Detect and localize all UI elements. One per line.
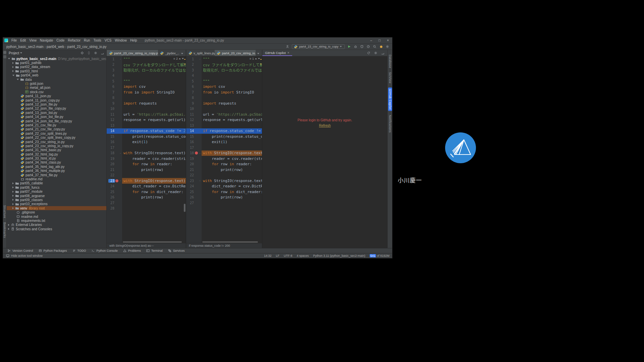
tree-item[interactable]: requirements.txt — [7, 219, 106, 223]
gutter-line[interactable]: 18- — [186, 150, 202, 156]
gutter-line[interactable]: 8 — [186, 95, 202, 101]
chevron-down-icon[interactable] — [181, 53, 183, 54]
chevron-right-icon[interactable] — [12, 199, 14, 201]
status-indent-style[interactable]: 4 spaces — [297, 254, 309, 257]
breakpoint-icon[interactable] — [195, 152, 198, 155]
menu-item-help[interactable]: Help — [128, 39, 139, 42]
refresh-icon[interactable] — [367, 51, 371, 55]
chevron-down-icon[interactable] — [257, 53, 259, 54]
toolwindow-github-copilot[interactable]: GitHub Copilot — [388, 87, 392, 111]
gutter-line[interactable]: 10 — [107, 106, 122, 112]
gutter-line[interactable]: 21 — [186, 167, 202, 173]
gutter-line[interactable]: 7 — [107, 89, 122, 95]
hide-icon[interactable] — [381, 51, 385, 55]
tree-item[interactable]: part4_11_json_copy.py — [7, 98, 106, 102]
tree-item[interactable]: part4_33_html_id.py — [7, 156, 106, 160]
fold-marker[interactable]: - — [119, 179, 122, 182]
gutter-line[interactable]: 16 — [107, 139, 122, 145]
settings-icon[interactable] — [374, 51, 378, 55]
gutter-line[interactable]: 12 — [107, 117, 122, 123]
chevron-up-icon[interactable] — [255, 58, 257, 59]
tree-item[interactable]: part4_14_json_list_file_copy.py — [7, 119, 106, 123]
menu-item-window[interactable]: Window — [113, 39, 128, 42]
memory-indicator[interactable]: 541 of 8192M — [370, 254, 389, 257]
chevron-down-icon[interactable] — [258, 58, 260, 59]
gutter-line[interactable]: 20 — [186, 162, 202, 167]
project-panel-title[interactable]: Project — [9, 51, 19, 55]
code-editor[interactable]: 1-"""2csv ファイルをダウンロードして解析する3取得元が、ローカルのファ… — [107, 56, 186, 243]
chevron-right-icon[interactable] — [8, 228, 9, 230]
tree-item[interactable]: part01_pathlib — [7, 61, 106, 65]
gutter-line[interactable]: 24 — [186, 184, 202, 189]
gutter-line[interactable]: 6 — [107, 84, 122, 90]
tree-item[interactable]: readme.md — [7, 215, 106, 219]
tree-item[interactable]: part4_37_html_file.py — [7, 173, 106, 177]
gutter-line[interactable]: 14- — [107, 128, 122, 134]
tree-item[interactable]: part4_22_csv_split_lines_copy.py — [7, 135, 106, 139]
gutter-line[interactable]: 23- — [186, 178, 202, 184]
fold-marker[interactable]: - — [198, 129, 202, 133]
chevron-right-icon[interactable] — [12, 70, 14, 72]
hide-icon[interactable] — [100, 51, 104, 55]
maximize-button[interactable]: □ — [375, 38, 384, 44]
gutter-line[interactable]: 10 — [186, 106, 202, 112]
breakpoint-icon[interactable] — [115, 179, 118, 182]
collapse-all-icon[interactable] — [87, 51, 91, 55]
tree-item[interactable]: data — [7, 77, 106, 81]
tree-item[interactable]: part03_html — [7, 69, 106, 73]
chevron-down-icon[interactable] — [20, 52, 22, 54]
tree-item[interactable]: part4_35_html_tag_attr.py — [7, 165, 106, 169]
gutter-line[interactable]: 26 — [107, 195, 122, 200]
chevron-right-icon[interactable] — [12, 207, 14, 209]
gutter-line[interactable]: 19 — [107, 156, 122, 162]
tree-item[interactable]: .gitignore — [7, 210, 106, 214]
debug-icon[interactable] — [354, 45, 358, 49]
breadcrumb-item[interactable]: part4_23_csv_string_io.py — [67, 45, 107, 49]
fold-marker[interactable]: - — [119, 129, 122, 133]
close-button[interactable]: × — [384, 38, 392, 44]
toolwindow-structure[interactable]: Structure — [3, 205, 6, 218]
fold-marker[interactable]: - — [119, 57, 122, 61]
gutter-line[interactable]: 20 — [107, 162, 122, 167]
tree-item[interactable]: part05_callable — [7, 181, 106, 185]
tree-item[interactable]: part4_22_csv_split_lines.py — [7, 131, 106, 135]
chevron-right-icon[interactable] — [8, 224, 9, 226]
chevron-down-icon[interactable] — [182, 58, 184, 59]
menu-item-tools[interactable]: Tools — [92, 39, 103, 42]
menu-item-refactor[interactable]: Refactor — [66, 39, 82, 42]
gutter-line[interactable]: 23- — [107, 178, 122, 184]
chevron-right-icon[interactable] — [12, 66, 14, 68]
toolwindow-button-python-packages[interactable]: Python Packages — [38, 249, 67, 253]
tree-item[interactable]: part4_14_json_list_file.py — [7, 115, 106, 119]
horizontal-scrollbar[interactable] — [202, 241, 258, 243]
horizontal-scrollbar[interactable] — [123, 241, 182, 243]
gutter-line[interactable]: 24 — [107, 184, 122, 189]
gutter-line[interactable]: 1- — [186, 56, 202, 62]
gutter-line[interactable]: 25 — [186, 189, 202, 195]
tree-item[interactable]: Scratches and Consoles — [7, 227, 106, 231]
chevron-down-icon[interactable] — [8, 58, 10, 59]
tree-item[interactable]: part10_exceptions — [7, 202, 106, 206]
tree-item[interactable]: part4_36_html_multiple.py — [7, 169, 106, 173]
run-configuration-select[interactable]: part4_23_csv_string_io_copy — [292, 44, 345, 49]
gutter-line[interactable]: 11 — [186, 112, 202, 117]
project-toolwindow-icon[interactable] — [3, 51, 6, 54]
toolwindow-notifications[interactable]: Notifications — [388, 115, 392, 133]
tree-item[interactable]: part4_21_csv_file_copy.py — [7, 127, 106, 131]
tree-item[interactable]: readme.md — [7, 177, 106, 181]
gutter-line[interactable]: 9 — [107, 101, 122, 106]
search-icon[interactable] — [373, 45, 377, 49]
tree-item[interactable]: part06_funcs — [7, 185, 106, 189]
gutter-line[interactable]: 3 — [107, 67, 122, 73]
tree-item[interactable]: part4_34_html_class.py — [7, 161, 106, 165]
inspections-widget[interactable]: ≡2 — [173, 57, 184, 60]
tree-item[interactable]: part4_23_csv_string_io_copy.py — [7, 144, 106, 148]
gutter-line[interactable]: 8 — [107, 95, 122, 101]
gutter-line[interactable]: 5 — [186, 78, 202, 84]
editor-tab[interactable]: v_split_lines.py× — [186, 50, 215, 56]
tab-overflow-chevron-icon[interactable] — [256, 51, 262, 55]
fold-marker[interactable]: - — [198, 152, 202, 155]
gutter-line[interactable]: 27 — [186, 200, 202, 206]
fold-marker[interactable]: - — [119, 152, 122, 155]
toolwindow-button-problems[interactable]: Problems — [123, 249, 141, 253]
